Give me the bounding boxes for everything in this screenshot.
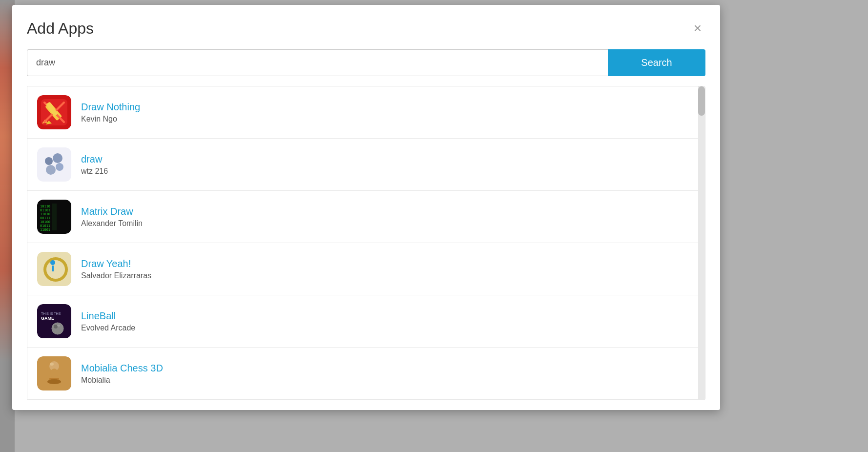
svg-point-30 [54, 325, 58, 329]
results-container: Draw Nothing Kevin Ngo draw wtz 216 [27, 86, 705, 400]
app-name: Matrix Draw [81, 206, 695, 217]
app-icon-mobialia-chess [37, 356, 71, 390]
app-info: Draw Yeah! Salvador Elizarraras [81, 258, 695, 280]
svg-text:10110: 10110 [40, 205, 50, 208]
svg-point-29 [52, 323, 63, 334]
search-row: Search [27, 49, 705, 76]
svg-point-36 [47, 379, 61, 384]
search-input[interactable] [27, 49, 608, 76]
app-info: LineBall Evolved Arcade [81, 310, 695, 332]
svg-text:THIS IS THE: THIS IS THE [41, 312, 61, 315]
svg-point-31 [57, 325, 60, 327]
app-icon-draw-yeah [37, 252, 71, 286]
app-info: Mobialia Chess 3D Mobialia [81, 363, 695, 385]
list-item[interactable]: Mobialia Chess 3D Mobialia [27, 348, 705, 400]
add-apps-modal: Add Apps × Search [12, 5, 720, 410]
list-item[interactable]: THIS IS THE GAME LineBall Evolved Arcade [27, 295, 705, 348]
app-author: Salvador Elizarraras [81, 271, 695, 280]
modal-title: Add Apps [27, 20, 94, 38]
app-info: draw wtz 216 [81, 154, 695, 176]
scrollbar-thumb[interactable] [698, 86, 705, 116]
svg-point-10 [45, 157, 53, 165]
svg-point-34 [50, 369, 58, 378]
list-item[interactable]: Draw Yeah! Salvador Elizarraras [27, 243, 705, 295]
app-name: LineBall [81, 310, 695, 322]
app-name: Mobialia Chess 3D [81, 363, 695, 374]
list-item[interactable]: 10110 01101 11010 00111 10100 01011 1100… [27, 191, 705, 243]
svg-text:11001: 11001 [40, 228, 50, 232]
svg-point-24 [50, 260, 55, 265]
svg-text:GAME: GAME [41, 316, 54, 321]
svg-rect-21 [52, 204, 57, 230]
app-icon-draw [37, 147, 71, 182]
app-author: Evolved Arcade [81, 324, 695, 332]
svg-rect-25 [52, 266, 54, 271]
svg-rect-8 [37, 147, 71, 182]
app-info: Draw Nothing Kevin Ngo [81, 102, 695, 123]
search-button[interactable]: Search [608, 49, 705, 76]
list-item[interactable]: Draw Nothing Kevin Ngo [27, 86, 705, 139]
app-name: draw [81, 154, 695, 165]
list-item[interactable]: draw wtz 216 [27, 139, 705, 191]
app-author: wtz 216 [81, 167, 695, 176]
app-name: Draw Nothing [81, 102, 695, 113]
app-icon-draw-nothing [37, 95, 71, 129]
app-info: Matrix Draw Alexander Tomilin [81, 206, 695, 228]
svg-point-12 [46, 165, 56, 175]
svg-point-11 [56, 163, 63, 171]
svg-text:10100: 10100 [40, 220, 50, 224]
app-author: Alexander Tomilin [81, 219, 695, 228]
svg-point-9 [53, 153, 62, 163]
app-name: Draw Yeah! [81, 258, 695, 269]
svg-text:11010: 11010 [40, 212, 50, 216]
app-author: Mobialia [81, 376, 695, 385]
app-icon-lineball: THIS IS THE GAME [37, 304, 71, 338]
close-button[interactable]: × [690, 20, 705, 37]
svg-text:01011: 01011 [40, 224, 50, 228]
modal-header: Add Apps × [27, 20, 705, 38]
svg-text:00111: 00111 [40, 216, 50, 220]
app-icon-matrix-draw: 10110 01101 11010 00111 10100 01011 1100… [37, 200, 71, 234]
svg-point-37 [50, 363, 54, 366]
app-author: Kevin Ngo [81, 115, 695, 123]
svg-text:01101: 01101 [40, 208, 50, 212]
scrollbar-track[interactable] [698, 86, 705, 400]
